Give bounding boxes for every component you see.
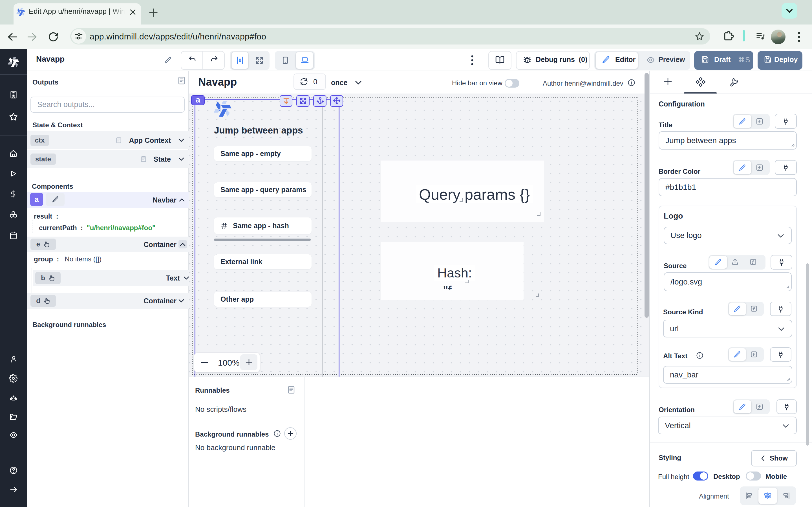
svg-text:0: 0 — [239, 58, 241, 63]
